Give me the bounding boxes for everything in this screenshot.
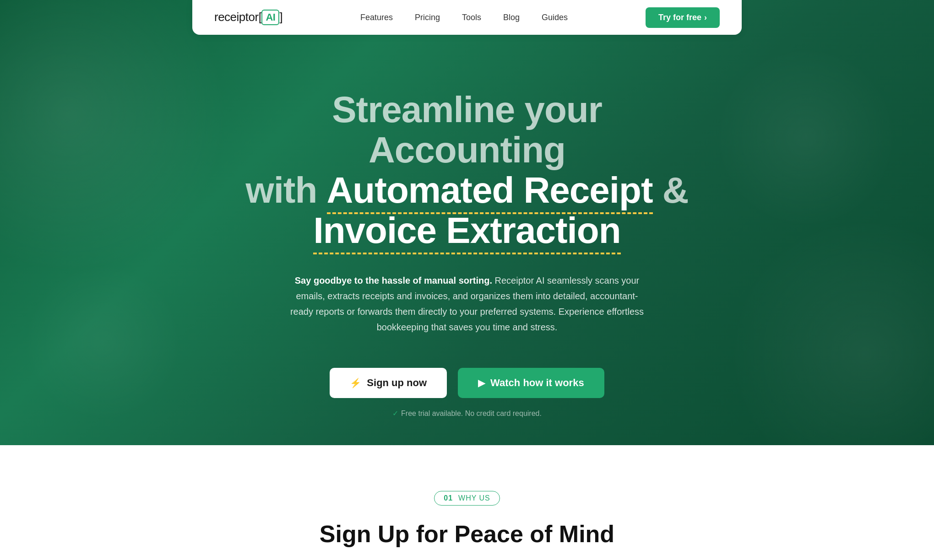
check-icon: ✓ xyxy=(392,409,398,418)
hero-title-line1: Streamline your Accounting xyxy=(332,89,602,170)
hero-buttons: ⚡ Sign up now ▶ Watch how it works xyxy=(234,368,700,398)
logo-text: receiptor xyxy=(214,10,259,24)
play-icon: ▶ xyxy=(478,377,485,388)
hero-note: ✓ Free trial available. No credit card r… xyxy=(234,409,700,418)
nav-link-features[interactable]: Features xyxy=(360,13,393,22)
nav-link-tools[interactable]: Tools xyxy=(462,13,481,22)
hero-section: Streamline your Accounting with Automate… xyxy=(0,0,934,445)
nav-item-tools[interactable]: Tools xyxy=(462,13,481,22)
nav-item-pricing[interactable]: Pricing xyxy=(415,13,440,22)
nav-item-features[interactable]: Features xyxy=(360,13,393,22)
hero-content: Streamline your Accounting with Automate… xyxy=(215,35,719,445)
hero-decoration-circle-left xyxy=(23,262,183,422)
section-tag: 01 WHY US xyxy=(434,491,500,506)
section-tag-num: 01 xyxy=(444,494,453,502)
hero-note-text: Free trial available. No credit card req… xyxy=(401,409,542,418)
nav-item-guides[interactable]: Guides xyxy=(542,13,568,22)
hero-subtitle-bold: Say goodbye to the hassle of manual sort… xyxy=(295,275,492,285)
watch-button[interactable]: ▶ Watch how it works xyxy=(458,368,604,398)
logo-bracket-open: [ xyxy=(259,10,262,24)
hero-title-line2-pre: with xyxy=(245,170,326,210)
hero-decoration-circle-mid xyxy=(714,46,897,229)
nav-link-blog[interactable]: Blog xyxy=(503,13,520,22)
nav-item-blog[interactable]: Blog xyxy=(503,13,520,22)
section-tag-label: WHY US xyxy=(458,494,490,502)
navbar: receiptor [ AI ] Features Pricing Tools … xyxy=(192,0,742,35)
nav-cta-arrow-icon: › xyxy=(704,13,707,22)
nav-link-guides[interactable]: Guides xyxy=(542,13,568,22)
logo-ai: AI xyxy=(261,10,279,25)
signup-label: Sign up now xyxy=(367,377,427,389)
hero-title-highlight: Automated Receipt xyxy=(327,170,653,210)
logo-bracket-close: ] xyxy=(279,10,282,24)
hero-subtitle: Say goodbye to the hassle of manual sort… xyxy=(288,273,646,335)
nav-cta-label: Try for free xyxy=(658,13,701,22)
hero-title: Streamline your Accounting with Automate… xyxy=(234,90,700,251)
logo: receiptor [ AI ] xyxy=(214,10,282,25)
watch-label: Watch how it works xyxy=(490,377,584,389)
nav-cta-button[interactable]: Try for free › xyxy=(646,7,720,28)
section-title: Sign Up for Peace of Mind xyxy=(320,520,614,548)
signup-icon: ⚡ xyxy=(350,377,361,388)
nav-links: Features Pricing Tools Blog Guides xyxy=(360,13,568,22)
why-section: 01 WHY US Sign Up for Peace of Mind Make… xyxy=(0,445,934,560)
navbar-wrapper: receiptor [ AI ] Features Pricing Tools … xyxy=(0,0,934,35)
hero-title-amp: & xyxy=(653,170,689,210)
signup-button[interactable]: ⚡ Sign up now xyxy=(330,368,447,398)
nav-link-pricing[interactable]: Pricing xyxy=(415,13,440,22)
hero-title-line3: Invoice Extraction xyxy=(313,210,620,251)
